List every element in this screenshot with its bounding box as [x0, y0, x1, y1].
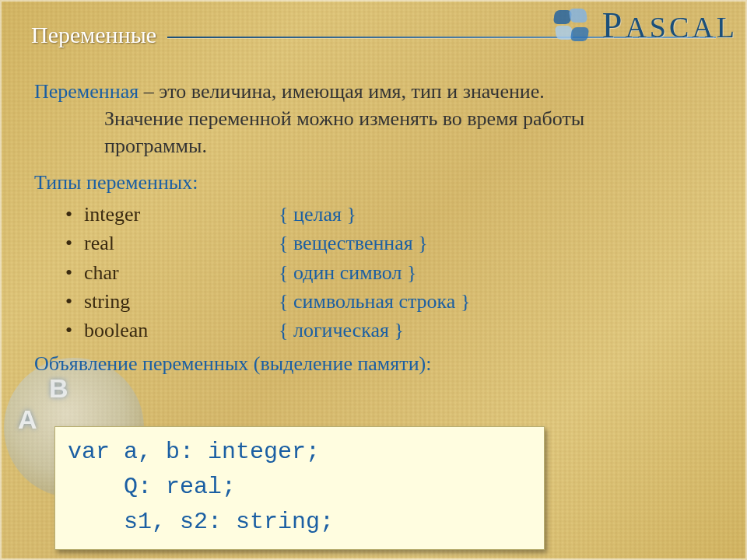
definition-block: Переменная – это величина, имеющая имя, … — [34, 78, 713, 159]
types-heading: Типы переменных: — [34, 169, 713, 196]
type-comment: { один символ } — [279, 259, 416, 286]
type-name: integer — [84, 201, 279, 228]
list-item: • real { вещественная } — [65, 229, 713, 257]
content: Переменная – это величина, имеющая имя, … — [34, 78, 713, 382]
bullet-icon: • — [65, 229, 84, 257]
definition-dash: – — [139, 80, 159, 103]
code-block: var a, b: integer; Q: real; s1, s2: stri… — [54, 426, 545, 550]
type-comment: { вещественная } — [279, 229, 428, 257]
definition-line2: Значение переменной можно изменять во вр… — [104, 105, 713, 132]
types-list: • integer { целая } • real { вещественна… — [65, 201, 713, 343]
definition-term: Переменная — [34, 80, 139, 103]
code-line: s1, s2: string; — [68, 509, 334, 535]
code-line: var a, b: integer; — [68, 439, 320, 465]
definition-line1: это величина, имеющая имя, тип и значени… — [159, 80, 545, 103]
list-item: • char { один символ } — [65, 259, 713, 286]
type-comment: { символьная строка } — [279, 288, 470, 315]
bullet-icon: • — [65, 288, 84, 315]
type-comment: { целая } — [279, 201, 356, 228]
declaration-heading: Объявление переменных (выделение памяти)… — [34, 350, 713, 377]
list-item: • boolean { логическая } — [65, 317, 713, 344]
type-name: boolean — [84, 317, 279, 344]
bullet-icon: • — [65, 259, 84, 286]
brand-text: PASCAL — [602, 5, 738, 46]
pascal-logo-icon — [551, 7, 594, 44]
slide-title: Переменные — [31, 22, 156, 48]
list-item: • string { символьная строка } — [65, 288, 713, 315]
bullet-icon: • — [65, 201, 84, 228]
list-item: • integer { целая } — [65, 201, 713, 228]
brand-logo: PASCAL — [551, 5, 738, 46]
type-name: char — [84, 259, 279, 286]
definition-line3: программы. — [104, 132, 713, 159]
type-comment: { логическая } — [279, 317, 404, 344]
code-line: Q: real; — [68, 474, 236, 500]
bullet-icon: • — [65, 317, 84, 344]
type-name: string — [84, 288, 279, 315]
type-name: real — [84, 229, 279, 257]
